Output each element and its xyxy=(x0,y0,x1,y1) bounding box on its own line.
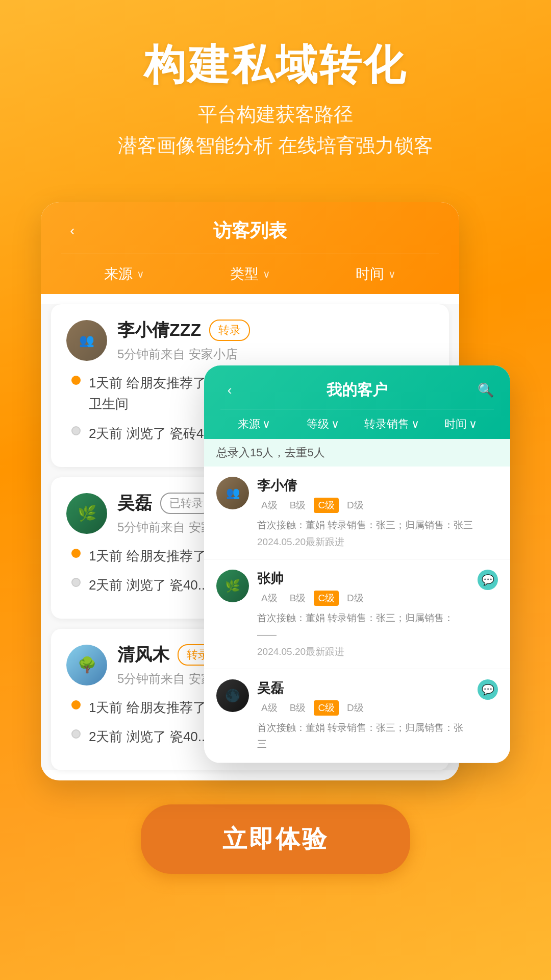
grade-row: A级 B级 C级 D级 xyxy=(257,498,498,513)
avatar-image: 👥 xyxy=(216,477,249,509)
avatar: 🌿 xyxy=(66,493,107,534)
grade-row: A级 B级 C级 D级 xyxy=(257,700,469,716)
customers-card: ‹ 我的客户 🔍 来源 ∨ 等级 ∨ 转录销售 ∨ 时间 xyxy=(204,365,510,763)
customer-info: 吴磊 A级 B级 C级 D级 首次接触：董娟 转录销售：张三；归属销售：张三 xyxy=(257,679,469,753)
grade-c-active: C级 xyxy=(314,591,339,606)
visitor-header-top: ‹ 访客列表 xyxy=(61,218,439,254)
filter-time-label: 时间 xyxy=(356,264,384,284)
customer-meta: 首次接触：董娟 转录销售：张三；归属销售：张三 xyxy=(257,517,498,533)
grade-row: A级 B级 C级 D级 xyxy=(257,591,469,606)
filter-source-arrow: ∨ xyxy=(137,268,144,280)
customer-avatar: 🌑 xyxy=(216,679,249,712)
grade-d: D级 xyxy=(343,498,368,513)
grade-a: A级 xyxy=(257,498,282,513)
customer-right: 💬 xyxy=(478,570,498,590)
cust-filter-arrow: ∨ xyxy=(411,418,419,431)
customer-avatar: 👥 xyxy=(216,477,249,509)
visitor-name-row: 李小倩ZZZ 转录 xyxy=(117,318,434,342)
customers-search-button[interactable]: 🔍 xyxy=(478,382,494,398)
customer-info: 李小倩 A级 B级 C级 D级 首次接触：董娟 转录销售：张三；归属销售：张三 … xyxy=(257,477,498,549)
filter-source[interactable]: 来源 ∨ xyxy=(61,264,187,284)
filter-type[interactable]: 类型 ∨ xyxy=(187,264,313,284)
cust-filter-label: 转录销售 xyxy=(364,416,409,432)
customers-filters: 来源 ∨ 等级 ∨ 转录销售 ∨ 时间 ∨ xyxy=(220,409,494,439)
avatar-image: 👥 xyxy=(66,320,107,361)
avatar: 🌳 xyxy=(66,645,107,685)
visitor-meta: 5分钟前来自 安家小店 xyxy=(117,346,434,362)
customer-date: 2024.05.20最新跟进 xyxy=(257,645,469,658)
customer-meta: 首次接触：董娟 转录销售：张三；归属销售：—— xyxy=(257,610,469,643)
cards-container: ‹ 访客列表 来源 ∨ 类型 ∨ 时间 ∨ xyxy=(41,202,510,753)
cust-filter-arrow: ∨ xyxy=(469,418,477,431)
customers-header-top: ‹ 我的客户 🔍 xyxy=(220,380,494,409)
visitor-name: 吴磊 xyxy=(117,492,152,515)
subtitle-line1: 平台构建获客路径 xyxy=(198,104,353,125)
avatar: 👥 xyxy=(66,320,107,361)
cust-filter-transfer[interactable]: 转录销售 ∨ xyxy=(358,416,425,432)
grade-d: D级 xyxy=(343,591,368,606)
hero-section: 构建私域转化 平台构建获客路径 潜客画像智能分析 在线培育强力锁客 xyxy=(0,0,551,182)
customer-meta: 首次接触：董娟 转录销售：张三；归属销售：张三 xyxy=(257,720,469,753)
activity-dot-active xyxy=(71,700,81,709)
activity-text: 2天前 浏览了 瓷40... xyxy=(89,726,209,748)
cust-filter-time[interactable]: 时间 ∨ xyxy=(427,416,494,432)
customers-header: ‹ 我的客户 🔍 来源 ∨ 等级 ∨ 转录销售 ∨ 时间 xyxy=(204,365,510,439)
avatar-image: 🌑 xyxy=(216,679,249,712)
activity-dot-inactive xyxy=(71,729,81,739)
customer-avatar: 🌿 xyxy=(216,570,249,602)
cust-filter-arrow: ∨ xyxy=(262,418,270,431)
customers-back-button[interactable]: ‹ xyxy=(220,381,239,399)
avatar-image: 🌿 xyxy=(216,570,249,602)
grade-c-active: C级 xyxy=(314,700,339,716)
filter-time[interactable]: 时间 ∨ xyxy=(313,264,439,284)
summary-text: 总录入15人，去重5人 xyxy=(216,446,325,459)
chat-icon[interactable]: 💬 xyxy=(478,679,498,700)
visitor-back-button[interactable]: ‹ xyxy=(61,219,84,242)
visitor-name: 清风木 xyxy=(117,643,169,667)
grade-a: A级 xyxy=(257,591,282,606)
customer-item[interactable]: 👥 李小倩 A级 B级 C级 D级 首次接触：董娟 转录销售：张三；归属销售：张… xyxy=(204,467,510,559)
grade-b: B级 xyxy=(286,591,310,606)
cust-filter-label: 时间 xyxy=(444,416,467,432)
grade-b: B级 xyxy=(286,700,310,716)
hero-title: 构建私域转化 xyxy=(31,41,520,89)
cta-section: 立即体验 xyxy=(0,774,551,915)
activity-dot-inactive xyxy=(71,426,81,435)
grade-d: D级 xyxy=(343,700,368,716)
activity-dot-inactive xyxy=(71,578,81,587)
cust-filter-label: 等级 xyxy=(307,416,329,432)
avatar-image: 🌿 xyxy=(66,493,107,534)
activity-dot-active xyxy=(71,376,81,385)
customer-list: 👥 李小倩 A级 B级 C级 D级 首次接触：董娟 转录销售：张三；归属销售：张… xyxy=(204,467,510,763)
cust-filter-label: 来源 xyxy=(238,416,260,432)
cust-filter-grade[interactable]: 等级 ∨ xyxy=(289,416,356,432)
avatar-image: 🌳 xyxy=(66,645,107,685)
customer-date: 2024.05.20最新跟进 xyxy=(257,535,498,549)
visitor-name: 李小倩ZZZ xyxy=(117,318,201,342)
chat-icon[interactable]: 💬 xyxy=(478,570,498,590)
cta-button[interactable]: 立即体验 xyxy=(141,804,410,874)
activity-text: 2天前 浏览了 瓷40... xyxy=(89,575,209,596)
filter-type-label: 类型 xyxy=(230,264,259,284)
visitor-card-header: ‹ 访客列表 来源 ∨ 类型 ∨ 时间 ∨ xyxy=(41,202,459,294)
grade-c-active: C级 xyxy=(314,498,339,513)
activity-dot-active xyxy=(71,549,81,558)
customer-name: 李小倩 xyxy=(257,477,498,495)
subtitle-line2: 潜客画像智能分析 在线培育强力锁客 xyxy=(118,135,434,156)
visitor-item-header: 👥 李小倩ZZZ 转录 5分钟前来自 安家小店 xyxy=(66,318,434,362)
filter-type-arrow: ∨ xyxy=(263,268,270,280)
transfer-badge[interactable]: 转录 xyxy=(209,320,250,341)
customer-item[interactable]: 🌿 张帅 A级 B级 C级 D级 首次接触：董娟 转录销售：张三；归属销售：——… xyxy=(204,559,510,669)
cust-filter-source[interactable]: 来源 ∨ xyxy=(220,416,287,432)
customer-info: 张帅 A级 B级 C级 D级 首次接触：董娟 转录销售：张三；归属销售：—— 2… xyxy=(257,570,469,658)
customer-right: 💬 xyxy=(478,679,498,700)
customer-item[interactable]: 🌑 吴磊 A级 B级 C级 D级 首次接触：董娟 转录销售：张三；归属销售：张三… xyxy=(204,669,510,764)
grade-b: B级 xyxy=(286,498,310,513)
activity-text: 1天前 给朋友推荐了... xyxy=(89,546,217,567)
hero-subtitle: 平台构建获客路径 潜客画像智能分析 在线培育强力锁客 xyxy=(31,99,520,161)
grade-a: A级 xyxy=(257,700,282,716)
customer-name: 吴磊 xyxy=(257,679,469,697)
visitor-filters: 来源 ∨ 类型 ∨ 时间 ∨ xyxy=(61,254,439,294)
customers-title: 我的客户 xyxy=(327,380,388,401)
activity-text: 1天前 给朋友推荐了... xyxy=(89,697,217,719)
